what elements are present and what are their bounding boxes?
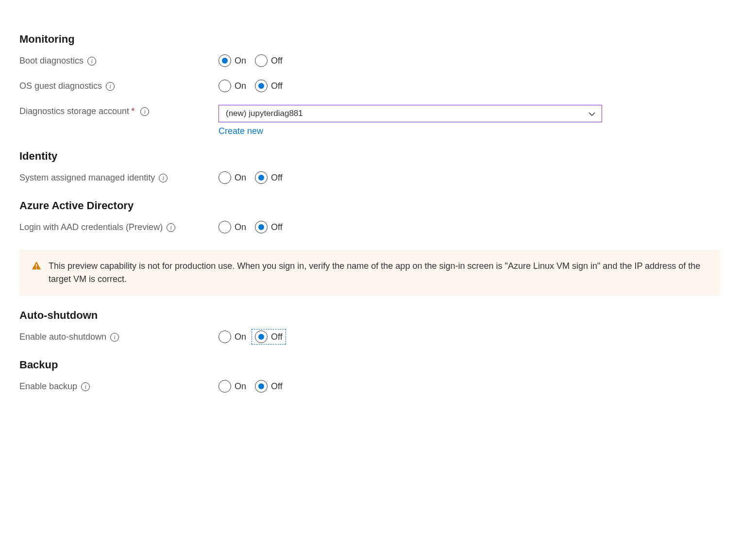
radio-circle-icon — [255, 80, 268, 92]
info-icon[interactable] — [110, 333, 119, 342]
row-storage-account: Diagnostics storage account * (new) jupy… — [19, 105, 721, 136]
radio-label: On — [235, 332, 246, 342]
section-heading-autoshutdown: Auto-shutdown — [19, 309, 721, 322]
radio-backup-on[interactable]: On — [219, 380, 246, 393]
label-aad-login: Login with AAD credentials (Preview) — [19, 221, 219, 232]
radio-group-auto-shutdown: On Off — [219, 330, 721, 343]
row-os-guest-diagnostics: OS guest diagnostics On Off — [19, 80, 721, 94]
label-text: System assigned managed identity — [19, 173, 155, 183]
radio-circle-icon — [219, 54, 231, 67]
label-storage-account: Diagnostics storage account * — [19, 105, 219, 116]
radio-circle-icon — [255, 54, 268, 67]
radio-os-guest-diagnostics-on[interactable]: On — [219, 80, 246, 92]
radio-circle-icon — [219, 380, 231, 393]
radio-circle-icon — [255, 380, 268, 393]
radio-group-boot-diagnostics: On Off — [219, 54, 721, 67]
label-boot-diagnostics: Boot diagnostics — [19, 54, 219, 66]
row-auto-shutdown: Enable auto-shutdown On Off — [19, 330, 721, 345]
radio-label: On — [235, 222, 246, 232]
radio-aad-login-off[interactable]: Off — [255, 221, 283, 233]
radio-label: Off — [271, 81, 283, 91]
radio-backup-off[interactable]: Off — [255, 380, 283, 393]
radio-group-managed-identity: On Off — [219, 171, 721, 184]
radio-os-guest-diagnostics-off[interactable]: Off — [255, 80, 283, 92]
radio-group-os-guest-diagnostics: On Off — [219, 80, 721, 92]
label-managed-identity: System assigned managed identity — [19, 171, 219, 183]
radio-managed-identity-on[interactable]: On — [219, 171, 246, 184]
radio-circle-icon — [255, 330, 268, 343]
row-backup: Enable backup On Off — [19, 380, 721, 395]
info-icon[interactable] — [159, 174, 168, 182]
chevron-down-icon — [588, 110, 595, 117]
dropdown-storage-account[interactable]: (new) jupyterdiag881 — [219, 105, 602, 122]
dropdown-value: (new) jupyterdiag881 — [226, 109, 303, 118]
radio-label: On — [235, 81, 246, 91]
row-aad-login: Login with AAD credentials (Preview) On … — [19, 221, 721, 235]
radio-label: On — [235, 56, 246, 66]
required-asterisk: * — [131, 106, 135, 116]
radio-auto-shutdown-on[interactable]: On — [219, 330, 246, 343]
label-text: Enable auto-shutdown — [19, 332, 106, 342]
label-auto-shutdown: Enable auto-shutdown — [19, 330, 219, 342]
radio-circle-icon — [255, 171, 268, 184]
radio-aad-login-on[interactable]: On — [219, 221, 246, 233]
label-text: OS guest diagnostics — [19, 81, 102, 91]
label-text: Diagnostics storage account — [19, 106, 129, 116]
info-icon[interactable] — [81, 382, 90, 391]
radio-boot-diagnostics-on[interactable]: On — [219, 54, 246, 67]
focused-indicator: Off — [252, 329, 286, 345]
info-icon[interactable] — [140, 107, 149, 116]
radio-managed-identity-off[interactable]: Off — [255, 171, 283, 184]
section-heading-backup: Backup — [19, 359, 721, 371]
label-text: Enable backup — [19, 381, 77, 392]
warning-icon — [31, 261, 42, 271]
radio-group-aad-login: On Off — [219, 221, 721, 233]
radio-label: Off — [271, 222, 283, 232]
radio-boot-diagnostics-off[interactable]: Off — [255, 54, 283, 67]
radio-label: Off — [271, 56, 283, 66]
radio-circle-icon — [219, 80, 231, 92]
warning-box-aad: This preview capability is not for produ… — [19, 250, 721, 296]
row-managed-identity: System assigned managed identity On Off — [19, 171, 721, 186]
section-heading-aad: Azure Active Directory — [19, 199, 721, 212]
radio-circle-icon — [255, 221, 268, 233]
label-text: Boot diagnostics — [19, 56, 84, 66]
radio-group-backup: On Off — [219, 380, 721, 393]
radio-circle-icon — [219, 221, 231, 233]
radio-label: On — [235, 381, 246, 392]
row-boot-diagnostics: Boot diagnostics On Off — [19, 54, 721, 69]
section-heading-monitoring: Monitoring — [19, 33, 721, 46]
radio-label: Off — [271, 173, 283, 183]
label-os-guest-diagnostics: OS guest diagnostics — [19, 80, 219, 91]
svg-rect-1 — [36, 268, 37, 269]
info-icon[interactable] — [87, 57, 96, 66]
radio-auto-shutdown-off[interactable]: Off — [255, 330, 283, 343]
radio-circle-icon — [219, 330, 231, 343]
create-new-link[interactable]: Create new — [219, 126, 263, 136]
radio-label: On — [235, 173, 246, 183]
radio-circle-icon — [219, 171, 231, 184]
label-text: Login with AAD credentials (Preview) — [19, 222, 163, 232]
info-icon[interactable] — [106, 82, 115, 91]
warning-text: This preview capability is not for produ… — [49, 260, 709, 286]
info-icon[interactable] — [167, 223, 175, 232]
svg-rect-0 — [36, 264, 37, 267]
section-heading-identity: Identity — [19, 150, 721, 163]
radio-label: Off — [271, 381, 283, 392]
radio-label: Off — [271, 332, 283, 342]
label-backup: Enable backup — [19, 380, 219, 392]
